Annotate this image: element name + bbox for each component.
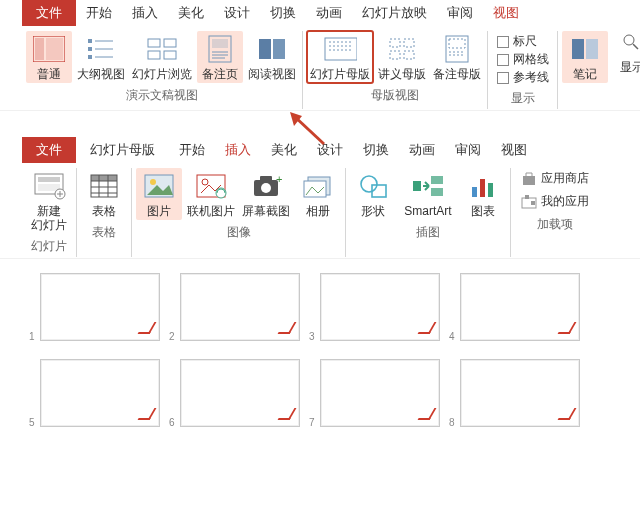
tab-view[interactable]: 视图 [483, 0, 529, 26]
slide-thumbnail[interactable]: 7 [320, 359, 440, 427]
group-tables: 表格 表格 [77, 168, 132, 257]
screenshot-button[interactable]: + 屏幕截图 [240, 168, 292, 220]
svg-rect-11 [148, 51, 160, 59]
svg-line-35 [633, 44, 638, 49]
normal-view-icon [32, 35, 66, 63]
ribbon1-controls: 普通 大纲视图 幻灯片浏览 [0, 26, 640, 109]
tab2-transition[interactable]: 切换 [353, 137, 399, 163]
svg-rect-67 [488, 183, 493, 197]
tab2-beautify[interactable]: 美化 [261, 137, 307, 163]
svg-rect-29 [449, 39, 465, 48]
group-addins: 应用商店 我的应用 加载项 [511, 168, 599, 257]
tab-file[interactable]: 文件 [22, 0, 76, 26]
tab2-insert[interactable]: 插入 [215, 137, 261, 163]
new-slide-button[interactable]: 新建 幻灯片 [26, 168, 72, 234]
group-label-notes [583, 87, 586, 101]
tab-transition[interactable]: 切换 [260, 0, 306, 26]
tab-design[interactable]: 设计 [214, 0, 260, 26]
tab2-start[interactable]: 开始 [169, 137, 215, 163]
tab2-design[interactable]: 设计 [307, 137, 353, 163]
svg-rect-65 [472, 187, 477, 197]
group-label-master-views: 母版视图 [371, 87, 419, 104]
pictures-icon [142, 172, 176, 200]
tab2-view[interactable]: 视图 [491, 137, 537, 163]
svg-rect-66 [480, 179, 485, 197]
slide-thumbnail[interactable]: 3 [320, 273, 440, 341]
svg-point-60 [361, 176, 377, 192]
group-label-slides: 幻灯片 [31, 238, 67, 255]
tab-slideshow[interactable]: 幻灯片放映 [352, 0, 437, 26]
table-button[interactable]: 表格 [81, 168, 127, 220]
my-addins-icon [521, 195, 537, 209]
handout-master-button[interactable]: 讲义母版 [376, 31, 428, 83]
svg-rect-27 [404, 51, 414, 59]
slide-thumbnail[interactable]: 2 [180, 273, 300, 341]
notes-master-icon [440, 35, 474, 63]
group-slides: 新建 幻灯片 幻灯片 [22, 168, 77, 257]
tab2-slide-master[interactable]: 幻灯片母版 [76, 137, 169, 163]
notes-master-button[interactable]: 备注母版 [431, 31, 483, 83]
smartart-icon [411, 172, 445, 200]
group-label-presentation-views: 演示文稿视图 [126, 87, 198, 104]
svg-rect-48 [91, 175, 117, 181]
photo-album-icon [301, 172, 335, 200]
slide-sorter-button[interactable]: 幻灯片浏览 [130, 31, 194, 83]
group-far-right: 显示 [612, 31, 640, 109]
tab-review[interactable]: 审阅 [437, 0, 483, 26]
store-icon [521, 172, 537, 186]
shapes-button[interactable]: 形状 [350, 168, 396, 220]
tab2-animation[interactable]: 动画 [399, 137, 445, 163]
slide-sorter-icon [145, 35, 179, 63]
pictures-button[interactable]: 图片 [136, 168, 182, 220]
svg-rect-1 [35, 38, 44, 60]
table-icon [87, 172, 121, 200]
tab-start[interactable]: 开始 [76, 0, 122, 26]
guides-checkbox[interactable]: 参考线 [497, 69, 549, 86]
tab-beautify[interactable]: 美化 [168, 0, 214, 26]
slide-master-button[interactable]: 幻灯片母版 [307, 31, 373, 83]
slide-thumbnail[interactable]: 4 [460, 273, 580, 341]
svg-rect-68 [523, 176, 535, 185]
svg-rect-63 [431, 176, 443, 184]
smartart-button[interactable]: SmartArt [399, 168, 457, 220]
online-pictures-icon [194, 172, 228, 200]
slide-thumbnail[interactable]: 5 [40, 359, 160, 427]
gridlines-checkbox[interactable]: 网格线 [497, 51, 549, 68]
outline-view-button[interactable]: 大纲视图 [75, 31, 127, 83]
notes-page-button[interactable]: 备注页 [197, 31, 243, 83]
slide-thumbnail[interactable]: 6 [180, 359, 300, 427]
thumb-row: 1 2 3 4 [40, 273, 640, 341]
svg-rect-12 [164, 51, 176, 59]
group-notes: 笔记 [558, 31, 612, 109]
svg-rect-71 [531, 201, 535, 205]
svg-rect-19 [273, 39, 285, 59]
slide-thumbnail[interactable]: 1 [40, 273, 160, 341]
zoom-fit-button[interactable] [618, 31, 640, 55]
tab-animation[interactable]: 动画 [306, 0, 352, 26]
tab2-review[interactable]: 审阅 [445, 137, 491, 163]
new-slide-icon [32, 172, 66, 200]
reading-view-button[interactable]: 阅读视图 [246, 31, 298, 83]
slide-thumbnail[interactable]: 8 [460, 359, 580, 427]
svg-rect-70 [525, 195, 529, 199]
svg-rect-32 [572, 39, 584, 59]
normal-view-button[interactable]: 普通 [26, 31, 72, 83]
chart-button[interactable]: 图表 [460, 168, 506, 220]
tab-insert[interactable]: 插入 [122, 0, 168, 26]
tab2-file[interactable]: 文件 [22, 137, 76, 163]
store-button[interactable]: 应用商店 [521, 170, 589, 187]
svg-rect-2 [46, 38, 63, 60]
ruler-checkbox[interactable]: 标尺 [497, 33, 549, 50]
notes-button[interactable]: 笔记 [562, 31, 608, 83]
svg-rect-5 [88, 47, 92, 51]
svg-rect-3 [88, 39, 92, 43]
group-images: 图片 联机图片 + 屏幕截图 [132, 168, 346, 257]
photo-album-button[interactable]: 相册 [295, 168, 341, 220]
group-label-tables: 表格 [92, 224, 116, 241]
my-addins-button[interactable]: 我的应用 [521, 193, 589, 210]
online-pictures-button[interactable]: 联机图片 [185, 168, 237, 220]
svg-rect-14 [212, 39, 228, 48]
magnifier-icon [622, 33, 640, 53]
outline-view-icon [84, 35, 118, 63]
group-show-options: 标尺 网格线 参考线 显示 [488, 31, 558, 109]
